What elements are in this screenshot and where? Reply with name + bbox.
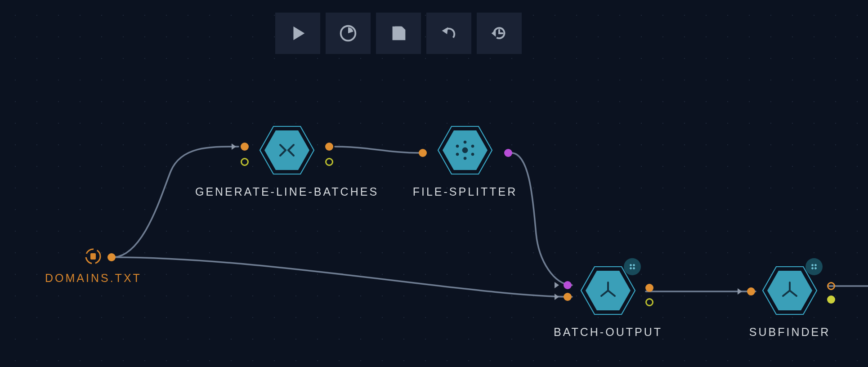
node-label: SUBFINDER (749, 326, 830, 339)
subfinder-out-2[interactable] (827, 295, 835, 304)
svg-rect-7 (90, 253, 96, 260)
svg-marker-4 (442, 27, 448, 34)
batchout-in-1[interactable] (564, 281, 572, 289)
svg-marker-9 (264, 130, 309, 170)
svg-point-19 (456, 145, 459, 148)
batchout-in-2[interactable] (564, 293, 572, 301)
file-icon (84, 247, 102, 265)
svg-point-16 (462, 148, 468, 153)
save-button[interactable] (376, 13, 421, 54)
batchout-arrow-2 (555, 294, 559, 300)
node-domains-file[interactable]: DOMAINS.TXT (45, 247, 142, 285)
genlines-in-main[interactable] (241, 143, 249, 151)
node-badge-icon[interactable] (624, 258, 641, 275)
play-button[interactable] (275, 13, 320, 54)
filesplit-out[interactable] (504, 149, 512, 157)
svg-point-22 (471, 153, 474, 156)
canvas-grid (0, 0, 868, 367)
batchout-out-main[interactable] (645, 284, 653, 292)
svg-point-21 (456, 153, 459, 156)
svg-point-3 (396, 33, 401, 39)
node-label: GENERATE-LINE-BATCHES (195, 185, 379, 198)
node-label: BATCH-OUTPUT (554, 326, 662, 339)
file-out-port[interactable] (107, 253, 116, 261)
schedule-button[interactable] (326, 13, 371, 54)
node-label: FILE-SPLITTER (413, 185, 518, 198)
genlines-out-main[interactable] (325, 143, 333, 151)
file-label: DOMAINS.TXT (45, 272, 142, 285)
node-badge-icon[interactable] (805, 258, 823, 275)
subfinder-out-1[interactable] (827, 282, 835, 290)
svg-point-18 (464, 157, 466, 160)
toolbar (275, 13, 522, 54)
svg-point-17 (464, 141, 466, 143)
subfinder-arrow-in (738, 288, 742, 295)
undo-button[interactable] (426, 13, 471, 54)
subfinder-in[interactable] (747, 287, 755, 295)
filesplit-in[interactable] (419, 149, 427, 157)
genlines-out-opt[interactable] (325, 158, 333, 166)
svg-point-20 (471, 145, 474, 148)
svg-marker-0 (293, 27, 304, 40)
batchout-arrow-1 (555, 282, 559, 288)
genlines-in-opt[interactable] (241, 158, 249, 166)
batchout-out-opt[interactable] (645, 298, 653, 306)
genlines-arrow-in (232, 143, 236, 150)
svg-rect-2 (395, 27, 401, 31)
history-button[interactable] (477, 13, 522, 54)
